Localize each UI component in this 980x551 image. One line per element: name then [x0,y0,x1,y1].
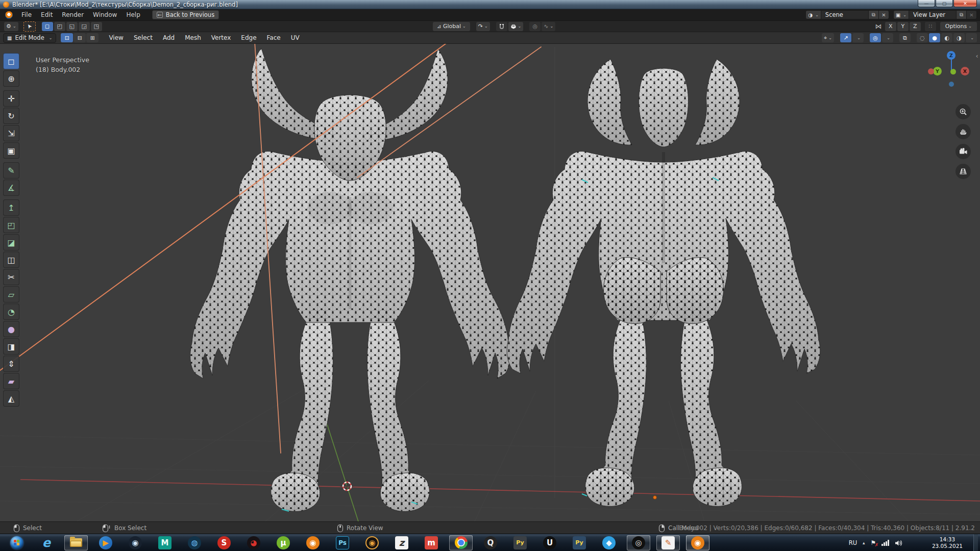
menu-view[interactable]: View [104,32,128,43]
taskbar-steam[interactable]: ◉ [120,534,150,551]
taskbar-photoshop[interactable]: Ps [328,534,357,551]
sidebar-collapse-arrow[interactable]: ‹ [974,52,980,60]
taskbar-blender[interactable]: ◉ [298,534,328,551]
taskbar-blue-pin-app[interactable]: ◆ [594,534,624,551]
view-layer-copy-icon[interactable]: ⧉ [956,11,966,19]
menu-uv[interactable]: UV [286,32,305,43]
menu-add[interactable]: Add [158,32,180,43]
taskbar-obs-studio[interactable]: ◎ [624,534,653,551]
menu-render[interactable]: Render [57,9,88,20]
active-tool-indicator[interactable]: ➤ [23,21,36,32]
show-desktop-button[interactable] [973,534,978,551]
taskbar-aperture-app[interactable]: ◍ [180,534,209,551]
tool-move[interactable]: ✛ [3,90,19,107]
shading-material-button[interactable]: ◐ [941,33,952,42]
menu-mesh[interactable]: Mesh [180,32,206,43]
tool-transform[interactable]: ▣ [3,142,19,159]
editor-type-button[interactable]: ⚙⌄ [4,22,18,31]
xray-toggle[interactable]: ⧉ [899,33,911,42]
menu-select[interactable]: Select [129,32,158,43]
taskbar-windows-explorer[interactable] [61,534,91,551]
language-indicator[interactable]: RU [849,539,857,546]
select-mode-invert[interactable]: ◲ [79,22,90,31]
scene-unlink-icon[interactable]: ✕ [878,11,889,19]
shading-dropdown[interactable]: ⌄ [966,33,977,42]
menu-help[interactable]: Help [121,9,144,20]
taskbar-paint-app[interactable]: ✎ [653,534,683,551]
snap-target-dropdown[interactable]: ↷⌄ [476,22,490,31]
close-button[interactable]: ✕ [953,0,977,7]
select-mode-set[interactable]: ◻ [42,22,53,31]
gizmo-y-neg-dot[interactable] [950,69,956,74]
mirror-x-button[interactable]: X [885,22,896,31]
edge-select-button[interactable]: ⊟ [74,33,86,42]
blender-menu-icon[interactable] [5,11,13,19]
navigation-gizmo[interactable]: Z Y X [930,50,973,93]
tool-rip-region[interactable]: ◭ [3,390,19,407]
tool-bevel[interactable]: ◪ [3,234,19,251]
select-mode-extend[interactable]: ◰ [54,22,65,31]
orientation-dropdown[interactable]: ⊿ Global ⌄ [433,22,470,31]
scene-name-field[interactable]: Scene [821,11,868,18]
mirror-z-button[interactable]: Z [910,22,921,31]
gizmo-x-neg-dot[interactable] [928,68,934,74]
show-overlays-toggle[interactable]: ◎ [870,33,881,42]
tool-rotate[interactable]: ↻ [3,108,19,124]
menu-vertex[interactable]: Vertex [206,32,236,43]
shading-wireframe-button[interactable]: ◌ [917,33,928,42]
hidden-icons-arrow[interactable]: ▴ [863,540,865,545]
tool-cursor[interactable]: ⊕ [3,70,19,87]
network-signal-icon[interactable] [881,540,889,546]
back-to-previous-button[interactable]: ← Back to Previous [152,10,219,19]
gizmo-x-axis[interactable]: X [961,67,969,76]
taskbar-red-m-app[interactable]: m [416,534,446,551]
taskbar-internet-explorer[interactable]: e [32,534,61,551]
tool-spin[interactable]: ◔ [3,304,19,320]
tool-edge-slide[interactable]: ◨ [3,338,19,355]
taskbar-media-player[interactable]: ▶ [91,534,120,551]
gizmo-z-neg-dot[interactable] [949,82,954,87]
tool-smooth[interactable]: ● [3,321,19,337]
options-dropdown[interactable]: Options ⌄ [940,22,977,31]
scene-browse-icon[interactable]: ◑⌄ [806,11,821,19]
overlays-dropdown[interactable]: ⌄ [882,33,893,42]
orthographic-toggle-button[interactable] [955,164,971,179]
select-mode-subtract[interactable]: ◱ [66,22,78,31]
menu-window[interactable]: Window [88,9,121,20]
action-center-flag-icon[interactable]: ⚑✗ [871,539,876,546]
menu-face[interactable]: Face [262,32,286,43]
proportional-falloff-dropdown[interactable]: ∿⌄ [542,22,555,31]
taskbar-blender-current[interactable]: ◉ [683,534,713,551]
pan-button[interactable] [955,124,971,139]
tool-measure[interactable]: ∡ [3,180,19,196]
mode-dropdown[interactable]: ▦ Edit Mode ⌄ [3,33,56,43]
view-layer-remove-icon[interactable]: ✕ [966,11,976,19]
taskbar-python-console[interactable]: Py [565,534,594,551]
taskbar-python-file[interactable]: Py [505,534,535,551]
show-gizmo-toggle[interactable]: ↗ [840,33,851,42]
shading-solid-button[interactable]: ● [929,33,940,42]
taskbar-zbrush[interactable]: z [387,534,416,551]
taskbar-unreal-engine[interactable]: U [535,534,565,551]
gizmo-z-axis[interactable]: Z [947,51,955,60]
tool-shear[interactable]: ▰ [3,373,19,389]
taskbar-maya[interactable]: M [150,534,180,551]
start-button[interactable] [2,534,32,551]
minimize-button[interactable]: — [918,0,935,7]
snap-points-icon[interactable]: ∷ [925,22,936,31]
taskbar-substance-painter[interactable]: S [209,534,239,551]
taskbar-utorrent[interactable]: µ [268,534,298,551]
snap-with-dropdown[interactable]: ⌄ [508,22,524,31]
zoom-button[interactable] [955,104,971,119]
restore-button[interactable]: ▢ [936,0,953,7]
snap-toggle-magnet[interactable] [496,22,507,31]
view-layer-browse-icon[interactable]: ▣⌄ [894,11,909,19]
tool-annotate[interactable]: ✎ [3,162,19,179]
menu-edit[interactable]: Edit [36,9,57,20]
face-select-button[interactable]: ⊞ [86,33,99,42]
shading-rendered-button[interactable]: ◑ [953,33,965,42]
taskbar-chrome[interactable] [446,534,476,551]
tool-shrink-fatten[interactable]: ⇕ [3,356,19,372]
camera-view-button[interactable] [955,144,971,159]
tool-scale[interactable]: ⇲ [3,125,19,141]
